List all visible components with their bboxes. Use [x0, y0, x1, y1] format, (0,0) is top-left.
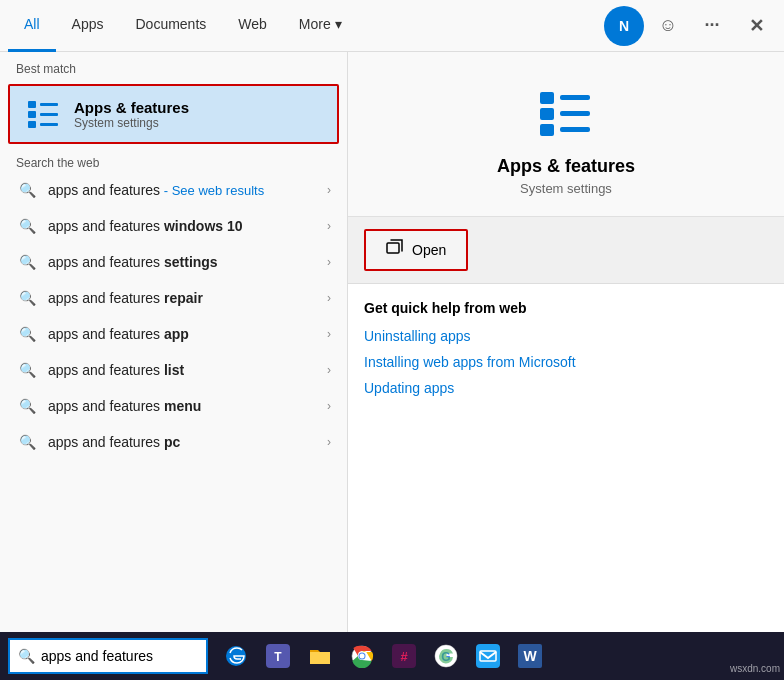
- svg-rect-7: [560, 95, 590, 100]
- tab-all[interactable]: All: [8, 0, 56, 52]
- web-result-text-5: apps and features list: [48, 362, 327, 378]
- web-result-text-1: apps and features windows 10: [48, 218, 327, 234]
- best-match-subtitle: System settings: [74, 116, 189, 130]
- web-result-text-6: apps and features menu: [48, 398, 327, 414]
- web-result-item[interactable]: 🔍 apps and features repair ›: [0, 280, 347, 316]
- right-app-info: Apps & features System settings: [348, 52, 784, 217]
- apps-features-icon: [26, 96, 62, 132]
- teams-icon[interactable]: T: [258, 636, 298, 676]
- svg-rect-1: [40, 103, 58, 106]
- folder-icon[interactable]: [300, 636, 340, 676]
- web-result-item[interactable]: 🔍 apps and features windows 10 ›: [0, 208, 347, 244]
- tab-web[interactable]: Web: [222, 0, 283, 52]
- open-icon: [386, 239, 404, 261]
- chevron-right-icon: ›: [327, 255, 331, 269]
- web-result-item[interactable]: 🔍 apps and features - See web results ›: [0, 172, 347, 208]
- search-icon: 🔍: [16, 287, 38, 309]
- chevron-right-icon: ›: [327, 219, 331, 233]
- web-result-text-2: apps and features settings: [48, 254, 327, 270]
- svg-rect-12: [387, 243, 399, 253]
- search-icon: 🔍: [16, 431, 38, 453]
- best-match-text: Apps & features System settings: [74, 99, 189, 130]
- svg-text:#: #: [400, 649, 408, 664]
- quick-help-link-update[interactable]: Updating apps: [364, 380, 768, 396]
- chevron-right-icon: ›: [327, 183, 331, 197]
- edge-icon[interactable]: [216, 636, 256, 676]
- web-result-prefix: apps and features: [48, 182, 160, 198]
- web-result-item[interactable]: 🔍 apps and features pc ›: [0, 424, 347, 460]
- svg-rect-11: [560, 127, 590, 132]
- svg-text:W: W: [523, 648, 537, 664]
- email-icon[interactable]: [468, 636, 508, 676]
- top-nav: All Apps Documents Web More ▾ N ☺ ··· ✕: [0, 0, 784, 52]
- web-result-text-4: apps and features app: [48, 326, 327, 342]
- user-avatar[interactable]: N: [604, 6, 644, 46]
- svg-rect-2: [28, 111, 36, 118]
- slack-icon[interactable]: #: [384, 636, 424, 676]
- svg-rect-5: [40, 123, 58, 126]
- taskbar-search-box[interactable]: 🔍: [8, 638, 208, 674]
- quick-help-link-install[interactable]: Installing web apps from Microsoft: [364, 354, 768, 370]
- word-icon[interactable]: W: [510, 636, 550, 676]
- open-button[interactable]: Open: [364, 229, 468, 271]
- taskbar-search-input[interactable]: [41, 648, 181, 664]
- taskbar: 🔍 T: [0, 632, 784, 680]
- search-icon: 🔍: [16, 359, 38, 381]
- chevron-right-icon: ›: [327, 363, 331, 377]
- best-match-item[interactable]: Apps & features System settings: [8, 84, 339, 144]
- taskbar-icons: T #: [216, 636, 550, 676]
- open-label: Open: [412, 242, 446, 258]
- web-result-text-7: apps and features pc: [48, 434, 327, 450]
- web-result-item[interactable]: 🔍 apps and features list ›: [0, 352, 347, 388]
- watermark: wsxdn.com: [730, 663, 780, 674]
- left-panel: Best match Apps & features System settin…: [0, 52, 348, 632]
- svg-rect-10: [540, 124, 554, 136]
- chevron-right-icon: ›: [327, 291, 331, 305]
- web-result-suffix: - See web results: [160, 183, 264, 198]
- search-icon: 🔍: [16, 179, 38, 201]
- svg-text:T: T: [274, 650, 282, 664]
- chevron-right-icon: ›: [327, 435, 331, 449]
- web-result-text-0: apps and features - See web results: [48, 182, 327, 198]
- svg-point-18: [360, 654, 365, 659]
- chevron-down-icon: ▾: [335, 16, 342, 32]
- svg-rect-0: [28, 101, 36, 108]
- right-app-title: Apps & features: [497, 156, 635, 177]
- more-label: More: [299, 16, 331, 32]
- web-result-text-3: apps and features repair: [48, 290, 327, 306]
- feedback-icon[interactable]: ☺: [648, 6, 688, 46]
- tab-apps[interactable]: Apps: [56, 0, 120, 52]
- quick-help-link-uninstall[interactable]: Uninstalling apps: [364, 328, 768, 344]
- ellipsis-icon[interactable]: ···: [692, 6, 732, 46]
- best-match-label: Best match: [0, 52, 347, 80]
- chrome-icon[interactable]: [342, 636, 382, 676]
- tab-documents[interactable]: Documents: [119, 0, 222, 52]
- main-container: Best match Apps & features System settin…: [0, 52, 784, 632]
- web-result-item[interactable]: 🔍 apps and features settings ›: [0, 244, 347, 280]
- tab-more[interactable]: More ▾: [283, 0, 358, 52]
- quick-help-title: Get quick help from web: [364, 300, 768, 316]
- web-result-item[interactable]: 🔍 apps and features app ›: [0, 316, 347, 352]
- close-icon[interactable]: ✕: [736, 6, 776, 46]
- search-icon: 🔍: [16, 323, 38, 345]
- svg-rect-6: [540, 92, 554, 104]
- best-match-title: Apps & features: [74, 99, 189, 116]
- search-icon: 🔍: [16, 215, 38, 237]
- search-icon: 🔍: [16, 251, 38, 273]
- svg-rect-9: [560, 111, 590, 116]
- right-panel: Apps & features System settings Open Get…: [348, 52, 784, 632]
- search-icon: 🔍: [16, 395, 38, 417]
- google-icon[interactable]: G: [426, 636, 466, 676]
- web-result-item[interactable]: 🔍 apps and features menu ›: [0, 388, 347, 424]
- nav-right-group: N ☺ ··· ✕: [604, 6, 776, 46]
- chevron-right-icon: ›: [327, 327, 331, 341]
- svg-rect-4: [28, 121, 36, 128]
- chevron-right-icon: ›: [327, 399, 331, 413]
- right-app-icon: [536, 84, 596, 144]
- svg-rect-3: [40, 113, 58, 116]
- svg-rect-8: [540, 108, 554, 120]
- search-web-label: Search the web: [0, 148, 347, 172]
- right-app-subtitle: System settings: [520, 181, 612, 196]
- taskbar-search-icon: 🔍: [18, 648, 35, 664]
- quick-help-section: Get quick help from web Uninstalling app…: [348, 284, 784, 632]
